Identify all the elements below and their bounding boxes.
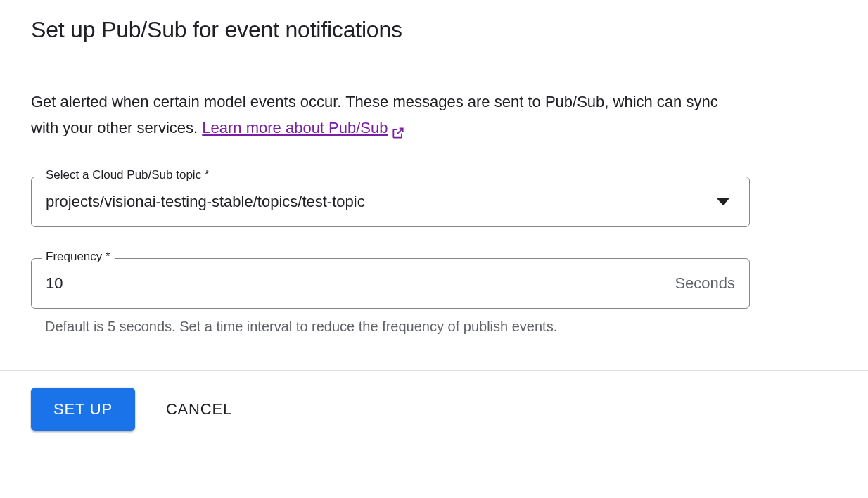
frequency-value: 10 (46, 274, 675, 293)
dialog-header: Set up Pub/Sub for event notifications (0, 0, 868, 60)
dialog-footer: SET UP CANCEL (0, 370, 868, 448)
frequency-suffix: Seconds (675, 274, 735, 293)
frequency-field: Frequency * 10 Seconds Default is 5 seco… (31, 258, 837, 335)
description-text: Get alerted when certain model events oc… (31, 89, 748, 141)
topic-field-label: Select a Cloud Pub/Sub topic * (42, 168, 213, 182)
frequency-helper-text: Default is 5 seconds. Set a time interva… (31, 319, 837, 335)
topic-select[interactable]: Select a Cloud Pub/Sub topic * projects/… (31, 177, 750, 227)
dialog-title: Set up Pub/Sub for event notifications (31, 17, 837, 43)
dropdown-arrow-icon (717, 198, 729, 205)
topic-select-value: projects/visionai-testing-stable/topics/… (46, 193, 717, 211)
learn-more-label: Learn more about Pub/Sub (202, 115, 388, 141)
setup-button[interactable]: SET UP (31, 388, 135, 431)
topic-field: Select a Cloud Pub/Sub topic * projects/… (31, 177, 837, 227)
frequency-input[interactable]: Frequency * 10 Seconds (31, 258, 750, 309)
dialog-content: Get alerted when certain model events oc… (0, 60, 868, 370)
external-link-icon (391, 122, 404, 134)
cancel-button[interactable]: CANCEL (166, 400, 232, 419)
learn-more-link[interactable]: Learn more about Pub/Sub (202, 115, 403, 141)
frequency-field-label: Frequency * (42, 250, 115, 264)
